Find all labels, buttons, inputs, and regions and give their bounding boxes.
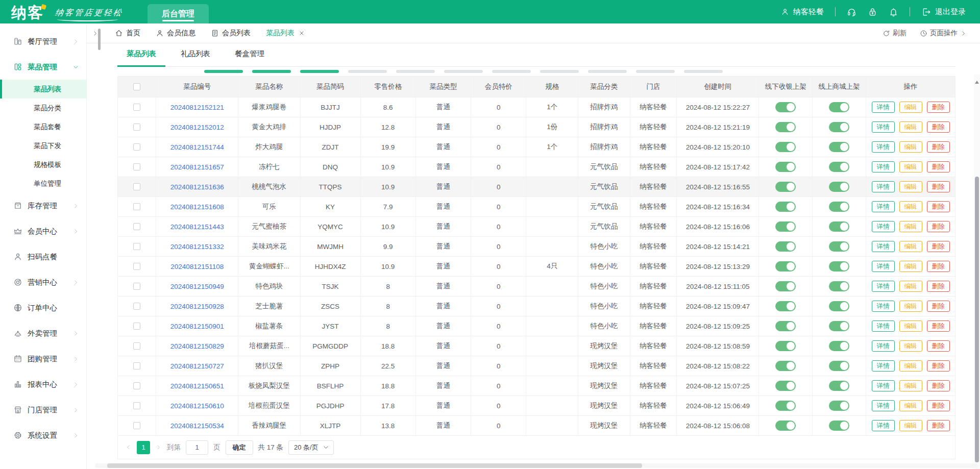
delete-button[interactable]: 删除	[927, 181, 950, 193]
tab-home[interactable]: 首页	[115, 29, 140, 38]
dish-id-link[interactable]: 20240812150534	[170, 422, 224, 430]
edit-button[interactable]: 编辑	[899, 141, 922, 153]
online-shelf-toggle[interactable]	[829, 301, 849, 311]
subtab-2[interactable]: 餐盒管理	[226, 49, 274, 67]
dish-id-link[interactable]: 20240812151744	[170, 143, 224, 151]
edit-button[interactable]: 编辑	[899, 340, 922, 352]
dish-id-link[interactable]: 20240812151636	[170, 183, 224, 191]
sidebar-subitem-dish-combo[interactable]: 菜品套餐	[0, 117, 86, 136]
delete-button[interactable]: 删除	[927, 320, 950, 332]
dish-id-link[interactable]: 20240812150651	[170, 382, 224, 390]
offline-shelf-toggle[interactable]	[775, 341, 796, 351]
delete-button[interactable]: 删除	[927, 241, 950, 253]
online-shelf-toggle[interactable]	[829, 341, 849, 351]
scrollbar-thumb[interactable]	[98, 29, 101, 50]
prev-page-icon[interactable]	[125, 444, 132, 451]
dish-id-link[interactable]: 20240812150610	[170, 402, 224, 410]
offline-shelf-toggle[interactable]	[775, 221, 796, 232]
online-shelf-toggle[interactable]	[829, 261, 849, 271]
dish-id-link[interactable]: 20240812152121	[170, 104, 224, 111]
dish-id-link[interactable]: 20240812151608	[170, 203, 224, 211]
delete-button[interactable]: 删除	[927, 261, 950, 273]
offline-shelf-toggle[interactable]	[775, 142, 796, 152]
edit-button[interactable]: 编辑	[899, 161, 922, 173]
vertical-scrollbar-thumb[interactable]	[975, 177, 979, 462]
offline-shelf-toggle[interactable]	[775, 281, 796, 291]
subtab-0[interactable]: 菜品列表	[117, 49, 165, 67]
edit-button[interactable]: 编辑	[899, 102, 922, 113]
backstage-nav-tab[interactable]: 后台管理	[148, 4, 209, 23]
online-shelf-toggle[interactable]	[829, 281, 849, 291]
detail-button[interactable]: 详情	[872, 340, 895, 352]
detail-button[interactable]: 详情	[872, 102, 895, 113]
online-shelf-toggle[interactable]	[829, 321, 849, 331]
delete-button[interactable]: 删除	[927, 221, 950, 233]
offline-shelf-toggle[interactable]	[775, 241, 796, 252]
current-user[interactable]: 纳客轻餐	[781, 7, 824, 17]
delete-button[interactable]: 删除	[927, 141, 950, 153]
delete-button[interactable]: 删除	[927, 201, 950, 213]
offline-shelf-toggle[interactable]	[775, 261, 796, 271]
sidebar-item-stores[interactable]: 门店管理	[0, 397, 86, 423]
select-all-checkbox[interactable]	[133, 83, 140, 90]
online-shelf-toggle[interactable]	[829, 221, 849, 232]
goto-page-input[interactable]	[186, 440, 208, 455]
row-checkbox[interactable]	[133, 104, 140, 111]
dish-id-link[interactable]: 20240812151108	[170, 263, 224, 270]
row-checkbox[interactable]	[133, 203, 140, 210]
edit-button[interactable]: 编辑	[899, 201, 922, 213]
sidebar-subitem-dish-dispatch[interactable]: 菜品下发	[0, 136, 86, 155]
detail-button[interactable]: 详情	[872, 161, 895, 173]
offline-shelf-toggle[interactable]	[775, 202, 796, 212]
row-checkbox[interactable]	[133, 283, 140, 290]
edit-button[interactable]: 编辑	[899, 301, 922, 312]
close-icon[interactable]	[299, 30, 305, 36]
sidebar-item-order-center[interactable]: 订单中心	[0, 295, 86, 320]
edit-button[interactable]: 编辑	[899, 181, 922, 193]
page-size-select[interactable]: 20 条/页	[288, 440, 334, 455]
dish-id-link[interactable]: 20240812151332	[170, 243, 224, 251]
online-shelf-toggle[interactable]	[829, 162, 849, 172]
row-checkbox[interactable]	[133, 362, 140, 369]
dish-id-link[interactable]: 20240812150928	[170, 303, 224, 310]
sidebar-item-takeout[interactable]: 外卖管理	[0, 320, 86, 346]
detail-button[interactable]: 详情	[872, 320, 895, 332]
delete-button[interactable]: 删除	[927, 380, 950, 392]
row-checkbox[interactable]	[133, 183, 140, 190]
detail-button[interactable]: 详情	[872, 420, 895, 432]
offline-shelf-toggle[interactable]	[775, 301, 796, 311]
dish-id-link[interactable]: 20240812150901	[170, 323, 224, 330]
sidebar-item-groupbuy[interactable]: 团购管理	[0, 346, 86, 372]
dish-id-link[interactable]: 20240812150949	[170, 283, 224, 290]
detail-button[interactable]: 详情	[872, 360, 895, 372]
online-shelf-toggle[interactable]	[829, 361, 849, 371]
scroll-up-arrow-icon[interactable]	[975, 81, 979, 84]
sidebar-item-reports[interactable]: 报表中心	[0, 372, 86, 397]
dish-id-link[interactable]: 20240812150829	[170, 342, 224, 350]
detail-button[interactable]: 详情	[872, 181, 895, 193]
delete-button[interactable]: 删除	[927, 340, 950, 352]
delete-button[interactable]: 删除	[927, 420, 950, 432]
delete-button[interactable]: 删除	[927, 102, 950, 113]
edit-button[interactable]: 编辑	[899, 420, 922, 432]
delete-button[interactable]: 删除	[927, 360, 950, 372]
row-checkbox[interactable]	[133, 263, 140, 270]
online-shelf-toggle[interactable]	[829, 401, 849, 411]
online-shelf-toggle[interactable]	[829, 421, 849, 431]
detail-button[interactable]: 详情	[872, 201, 895, 213]
sidebar-item-marketing[interactable]: 营销中心	[0, 269, 86, 295]
row-checkbox[interactable]	[133, 382, 140, 389]
bell-icon[interactable]	[889, 7, 898, 17]
sidebar-item-dishes[interactable]: 菜品管理	[0, 54, 86, 80]
next-page-icon[interactable]	[155, 444, 162, 451]
row-checkbox[interactable]	[133, 243, 140, 250]
edit-button[interactable]: 编辑	[899, 380, 922, 392]
delete-button[interactable]: 删除	[927, 281, 950, 292]
offline-shelf-toggle[interactable]	[775, 102, 796, 112]
row-checkbox[interactable]	[133, 223, 140, 230]
offline-shelf-toggle[interactable]	[775, 162, 796, 172]
online-shelf-toggle[interactable]	[829, 241, 849, 252]
row-checkbox[interactable]	[133, 422, 140, 429]
offline-shelf-toggle[interactable]	[775, 182, 796, 192]
delete-button[interactable]: 删除	[927, 301, 950, 312]
